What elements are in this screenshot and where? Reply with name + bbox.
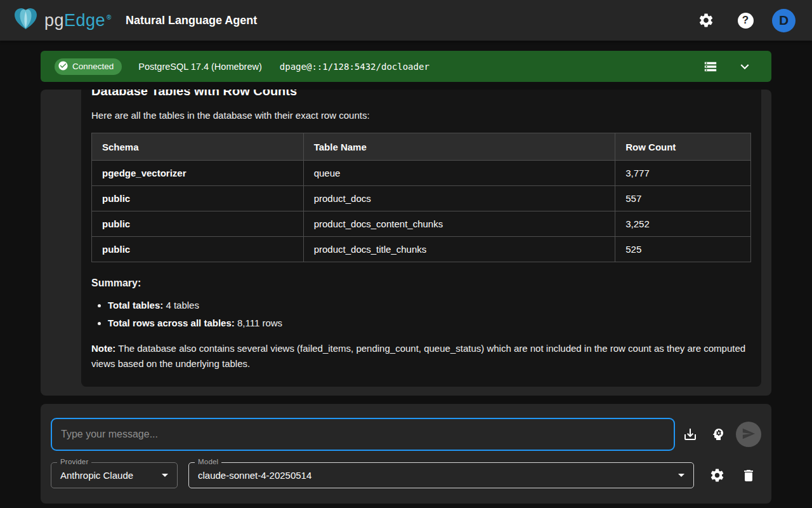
psychology-icon xyxy=(710,427,726,442)
pgedge-heart-icon xyxy=(13,7,39,34)
dropdown-caret-icon xyxy=(162,474,168,477)
provider-select[interactable]: Provider Anthropic Claude xyxy=(51,462,178,488)
model-select-value: claude-sonnet-4-20250514 xyxy=(198,470,311,481)
note-text: The database also contains several views… xyxy=(91,343,745,369)
summary-list: Total tables: 4 tables Total rows across… xyxy=(108,297,751,332)
ai-thinking-button[interactable] xyxy=(705,422,731,447)
bullet-value: 8,111 rows xyxy=(235,318,282,328)
message-intro: Here are all the tables in the database … xyxy=(91,109,751,123)
help-icon: ? xyxy=(738,13,754,29)
cell-table-name: product_docs_title_chunks xyxy=(303,237,615,262)
cell-schema: public xyxy=(92,211,304,237)
status-badge: Connected xyxy=(55,58,122,75)
trash-icon xyxy=(741,468,756,483)
cell-schema: public xyxy=(92,186,304,211)
brand-edge: Edge xyxy=(64,11,105,30)
table-row: public product_docs_title_chunks 525 xyxy=(92,237,751,262)
model-select-label: Model xyxy=(195,458,221,465)
storage-icon xyxy=(704,60,717,74)
model-select[interactable]: Model claude-sonnet-4-20250514 xyxy=(188,462,694,488)
collapse-connection-button[interactable] xyxy=(732,54,757,79)
download-icon xyxy=(683,427,698,442)
user-avatar[interactable]: D xyxy=(772,9,796,32)
assistant-message: Database Tables with Row Counts Here are… xyxy=(81,90,761,387)
connection-bar: Connected PostgreSQL 17.4 (Homebrew) dpa… xyxy=(41,51,771,82)
pgedge-logo: pgEdge® xyxy=(13,7,112,34)
note-label: Note: xyxy=(91,343,115,354)
send-icon xyxy=(742,427,756,443)
list-item: Total rows across all tables: 8,111 rows xyxy=(108,314,751,332)
message-title: Database Tables with Row Counts xyxy=(91,90,751,98)
chat-settings-button[interactable] xyxy=(704,463,730,488)
connection-string: dpage@::1/128:5432/docloader xyxy=(280,62,429,72)
cell-table-name: product_docs_content_chunks xyxy=(303,211,615,237)
bullet-value: 4 tables xyxy=(163,300,199,311)
table-header-row: Schema Table Name Row Count xyxy=(92,133,751,161)
chevron-down-icon xyxy=(737,58,753,75)
clear-chat-button[interactable] xyxy=(736,463,761,488)
cell-table-name: queue xyxy=(303,161,615,186)
provider-select-value: Anthropic Claude xyxy=(60,470,133,481)
column-header-table-name: Table Name xyxy=(303,133,615,161)
tables-row-count-table: Schema Table Name Row Count pgedge_vecto… xyxy=(91,133,751,262)
brand-wordmark: pgEdge® xyxy=(44,11,112,30)
app-header: pgEdge® Natural Language Agent ? D xyxy=(0,0,812,41)
bullet-label: Total rows across all tables: xyxy=(108,318,235,328)
brand-registered-mark: ® xyxy=(107,14,112,21)
cell-table-name: product_docs xyxy=(303,186,615,211)
gear-icon xyxy=(698,12,714,29)
download-chat-button[interactable] xyxy=(678,422,703,447)
column-header-schema: Schema xyxy=(92,133,304,161)
cell-row-count: 557 xyxy=(615,186,751,211)
provider-select-label: Provider xyxy=(57,458,91,465)
bullet-label: Total tables: xyxy=(108,300,163,311)
server-version-label: PostgreSQL 17.4 (Homebrew) xyxy=(138,62,262,72)
database-list-button[interactable] xyxy=(698,54,723,79)
summary-heading: Summary: xyxy=(91,277,751,289)
gear-icon xyxy=(709,467,725,483)
dropdown-caret-icon xyxy=(678,474,684,477)
column-header-row-count: Row Count xyxy=(615,133,751,161)
table-row: public product_docs_content_chunks 3,252 xyxy=(92,211,751,237)
cell-row-count: 3,777 xyxy=(615,161,751,186)
composer-panel: Provider Anthropic Claude Model claude-s… xyxy=(41,404,771,504)
send-button[interactable] xyxy=(736,422,761,447)
chat-scroll-area[interactable]: Database Tables with Row Counts Here are… xyxy=(41,90,771,396)
table-row: public product_docs 557 xyxy=(92,186,751,211)
page-title: Natural Language Agent xyxy=(126,14,257,27)
cell-row-count: 525 xyxy=(615,237,751,262)
cell-schema: pgedge_vectorizer xyxy=(92,161,304,186)
check-circle-icon xyxy=(58,60,69,73)
note-paragraph: Note: The database also contains several… xyxy=(91,341,751,371)
brand-pg: pg xyxy=(44,11,64,30)
cell-row-count: 3,252 xyxy=(615,211,751,237)
cell-schema: public xyxy=(92,237,304,262)
list-item: Total tables: 4 tables xyxy=(108,297,751,314)
message-input[interactable] xyxy=(51,418,675,451)
table-row: pgedge_vectorizer queue 3,777 xyxy=(92,161,751,186)
help-button[interactable]: ? xyxy=(733,8,758,33)
status-badge-label: Connected xyxy=(72,62,114,71)
settings-button[interactable] xyxy=(693,8,719,33)
